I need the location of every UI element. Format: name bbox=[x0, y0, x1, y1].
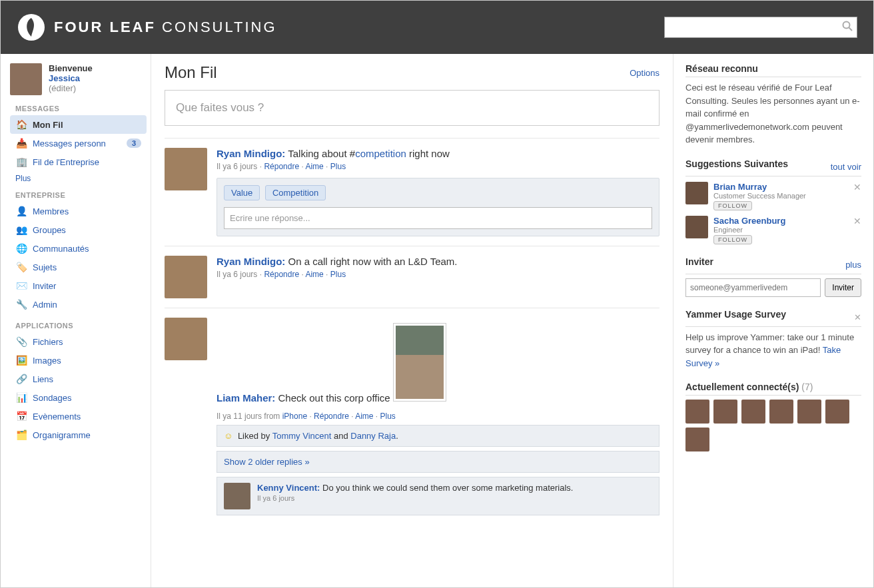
like-link[interactable]: Aime bbox=[355, 412, 373, 421]
building-icon: 🏢 bbox=[15, 156, 27, 168]
link-icon: 🔗 bbox=[15, 373, 27, 385]
post-attachment[interactable] bbox=[393, 323, 446, 402]
right-sidebar: Réseau reconnu Ceci est le réseau vérifi… bbox=[673, 54, 873, 587]
suggestion-name[interactable]: Brian Murray bbox=[713, 182, 767, 192]
reply-input[interactable]: Ecrire une réponse... bbox=[224, 207, 652, 229]
suggestion-item: Sacha Greenburg Engineer FOLLOW ✕ bbox=[685, 216, 861, 244]
brand-text: FOUR LEAF CONSULTING bbox=[54, 19, 277, 36]
online-users-grid bbox=[685, 400, 861, 451]
invite-title: Inviter bbox=[685, 256, 845, 270]
app-header: FOUR LEAF CONSULTING bbox=[1, 1, 873, 54]
user-avatar[interactable] bbox=[10, 63, 42, 95]
network-description: Ceci est le réseau vérifié de Four Leaf … bbox=[685, 81, 861, 147]
search-icon[interactable] bbox=[842, 21, 853, 34]
online-user-avatar[interactable] bbox=[713, 400, 737, 424]
suggestion-avatar[interactable] bbox=[685, 216, 708, 238]
nav-heading-applications: APPLICATIONS bbox=[15, 322, 147, 330]
search-box[interactable] bbox=[664, 17, 857, 38]
invite-more-link[interactable]: plus bbox=[845, 260, 861, 270]
reply-link[interactable]: Répondre bbox=[314, 412, 349, 421]
feed-options-link[interactable]: Options bbox=[630, 68, 659, 78]
post-author-avatar[interactable] bbox=[165, 318, 207, 360]
show-older-replies[interactable]: Show 2 older replies » bbox=[217, 451, 659, 473]
more-link[interactable]: Plus bbox=[330, 270, 346, 279]
sidebar-item-organigramme[interactable]: 🗂️Organigramme bbox=[10, 426, 147, 444]
dismiss-suggestion-icon[interactable]: ✕ bbox=[853, 182, 861, 192]
more-link[interactable]: Plus bbox=[380, 412, 396, 421]
sidebar-more-messages[interactable]: Plus bbox=[15, 174, 31, 183]
topic-tag[interactable]: Competition bbox=[265, 185, 326, 200]
reply-timestamp: Il ya 6 jours bbox=[257, 494, 573, 502]
sidebar-item-mon-fil[interactable]: 🏠 Mon Fil bbox=[10, 115, 147, 134]
online-user-avatar[interactable] bbox=[685, 400, 709, 424]
sidebar-item-messages-perso[interactable]: 📥 Messages personn 3 bbox=[10, 134, 147, 152]
liker-link[interactable]: Danny Raja bbox=[350, 431, 396, 441]
online-user-avatar[interactable] bbox=[797, 400, 821, 424]
sidebar-item-sujets[interactable]: 🏷️Sujets bbox=[10, 258, 147, 276]
suggestion-name[interactable]: Sacha Greenburg bbox=[713, 216, 785, 226]
svg-point-1 bbox=[843, 22, 850, 29]
calendar-icon: 📅 bbox=[15, 410, 27, 422]
suggestion-role: Customer Success Manager bbox=[713, 192, 806, 200]
sidebar-item-label: Messages personn bbox=[33, 139, 121, 148]
online-user-avatar[interactable] bbox=[741, 400, 765, 424]
hashtag-link[interactable]: competition bbox=[355, 148, 406, 159]
survey-text: Help us improve Yammer: take our 1 minut… bbox=[685, 331, 861, 370]
sidebar-item-sondages[interactable]: 📊Sondages bbox=[10, 388, 147, 407]
image-icon: 🖼️ bbox=[15, 354, 27, 366]
sidebar-item-fil-entreprise[interactable]: 🏢 Fil de l'Entreprise bbox=[10, 152, 147, 171]
sidebar-item-label: Inviter bbox=[33, 281, 141, 291]
orgchart-icon: 🗂️ bbox=[15, 429, 27, 441]
sidebar-item-label: Organigramme bbox=[33, 430, 141, 440]
post-author-link[interactable]: Ryan Mindigo: bbox=[217, 256, 285, 267]
online-user-avatar[interactable] bbox=[825, 400, 849, 424]
invite-email-input[interactable] bbox=[685, 278, 821, 297]
reply-link[interactable]: Répondre bbox=[264, 162, 299, 171]
post-author-link[interactable]: Liam Maher: bbox=[217, 392, 275, 404]
online-user-avatar[interactable] bbox=[769, 400, 793, 424]
post-author-link[interactable]: Ryan Mindigo: bbox=[217, 148, 285, 159]
search-input[interactable] bbox=[669, 23, 842, 33]
sidebar-item-label: Mon Fil bbox=[33, 120, 141, 130]
sidebar-item-liens[interactable]: 🔗Liens bbox=[10, 370, 147, 388]
more-link[interactable]: Plus bbox=[330, 162, 346, 171]
online-user-avatar[interactable] bbox=[685, 428, 709, 451]
sidebar-item-communautes[interactable]: 🌐Communautés bbox=[10, 239, 147, 258]
sidebar-item-admin[interactable]: 🔧Admin bbox=[10, 295, 147, 314]
welcome-label: Bienvenue bbox=[49, 63, 93, 73]
show-older-link[interactable]: Show 2 older replies » bbox=[224, 457, 310, 467]
follow-button[interactable]: FOLLOW bbox=[713, 201, 752, 210]
liker-link[interactable]: Tommy Vincent bbox=[272, 431, 332, 441]
sidebar-item-fichiers[interactable]: 📎Fichiers bbox=[10, 332, 147, 351]
survey-title: Yammer Usage Survey bbox=[685, 309, 854, 322]
attachment-image bbox=[396, 326, 444, 399]
topic-tag[interactable]: Value bbox=[224, 185, 260, 200]
compose-box[interactable]: Que faites vous ? bbox=[165, 90, 659, 126]
dismiss-survey-icon[interactable]: ✕ bbox=[854, 312, 861, 322]
sidebar-item-membres[interactable]: 👤Membres bbox=[10, 202, 147, 220]
like-link[interactable]: Aime bbox=[305, 162, 323, 171]
suggestion-role: Engineer bbox=[713, 226, 785, 234]
mail-icon: ✉️ bbox=[15, 280, 27, 292]
dismiss-suggestion-icon[interactable]: ✕ bbox=[853, 216, 861, 226]
sidebar-item-evenements[interactable]: 📅Evènements bbox=[10, 407, 147, 426]
reply-author-avatar[interactable] bbox=[224, 483, 250, 509]
reply-author-link[interactable]: Kenny Vincent: bbox=[257, 483, 320, 493]
post-author-avatar[interactable] bbox=[165, 148, 207, 190]
brand-logo: FOUR LEAF CONSULTING bbox=[17, 13, 277, 42]
sidebar-item-inviter[interactable]: ✉️Inviter bbox=[10, 276, 147, 295]
post-author-avatar[interactable] bbox=[165, 256, 207, 298]
like-link[interactable]: Aime bbox=[305, 270, 323, 279]
sidebar-item-groupes[interactable]: 👥Groupes bbox=[10, 220, 147, 239]
follow-button[interactable]: FOLLOW bbox=[713, 235, 752, 244]
sidebar-item-label: Communautés bbox=[33, 244, 141, 254]
sidebar-item-images[interactable]: 🖼️Images bbox=[10, 351, 147, 370]
sidebar-item-label: Fil de l'Entreprise bbox=[33, 157, 141, 167]
suggestion-avatar[interactable] bbox=[685, 182, 708, 204]
welcome-username[interactable]: Jessica bbox=[49, 73, 80, 83]
edit-profile-link[interactable]: (éditer) bbox=[49, 83, 76, 93]
post-source-link[interactable]: iPhone bbox=[282, 412, 307, 421]
reply-link[interactable]: Répondre bbox=[264, 270, 299, 279]
invite-button[interactable]: Inviter bbox=[825, 278, 861, 297]
see-all-link[interactable]: tout voir bbox=[831, 162, 861, 172]
